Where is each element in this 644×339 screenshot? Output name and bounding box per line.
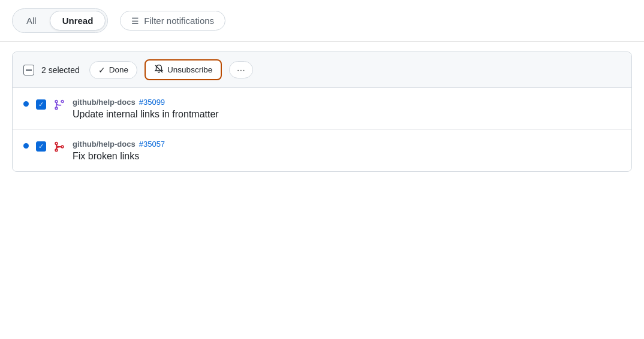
item-checkbox-1[interactable]: ✓ [36,99,46,110]
svg-point-6 [55,149,58,152]
notification-item: ✓ github/help-docs #35099 Update interna… [13,88,631,130]
minus-icon [26,69,32,71]
action-bar: 2 selected ✓ Done Unsubscribe ··· [13,52,631,88]
filter-button[interactable]: ☰ Filter notifications [120,11,225,31]
notification-title-2: Fix broken links [73,151,621,162]
selected-count: 2 selected [41,65,80,75]
more-icon: ··· [237,65,245,74]
top-bar: All Unread ☰ Filter notifications [0,0,644,42]
issue-number-2: #35057 [139,140,165,149]
check-icon: ✓ [38,101,44,108]
svg-point-7 [61,146,64,148]
svg-point-2 [55,107,58,110]
notification-panel: 2 selected ✓ Done Unsubscribe ··· ✓ [12,52,632,172]
unread-dot [23,101,29,107]
unread-dot-2 [23,143,29,149]
branch-icon [53,99,65,113]
check-icon-2: ✓ [38,143,44,150]
issue-number-1: #35099 [139,98,165,107]
select-all-checkbox[interactable] [23,65,34,75]
svg-point-3 [61,101,64,103]
filter-icon: ☰ [131,16,139,26]
svg-point-1 [55,101,58,103]
tab-all[interactable]: All [14,11,49,31]
notification-content-2: github/help-docs #35057 Fix broken links [73,140,621,162]
done-label: Done [109,65,128,74]
repo-name-2: github/help-docs [73,140,136,149]
notification-title-1: Update internal links in frontmatter [73,109,621,120]
filter-label: Filter notifications [144,16,214,26]
tab-unread[interactable]: Unread [50,11,106,31]
unsubscribe-label: Unsubscribe [167,65,212,74]
tab-group: All Unread [12,8,108,33]
repo-name-1: github/help-docs [73,98,136,107]
svg-point-5 [55,143,58,145]
notification-meta-1: github/help-docs #35099 [73,98,621,107]
unsubscribe-icon [154,64,164,75]
notification-meta-2: github/help-docs #35057 [73,140,621,149]
more-button[interactable]: ··· [229,61,253,78]
done-button[interactable]: ✓ Done [89,61,137,79]
notification-item-2: ✓ github/help-docs #35057 Fix broken lin… [13,130,631,171]
item-checkbox-2[interactable]: ✓ [36,141,46,152]
pr-icon [53,141,65,155]
notification-content-1: github/help-docs #35099 Update internal … [73,98,621,120]
checkmark-icon: ✓ [98,65,106,75]
unsubscribe-button[interactable]: Unsubscribe [145,59,222,80]
